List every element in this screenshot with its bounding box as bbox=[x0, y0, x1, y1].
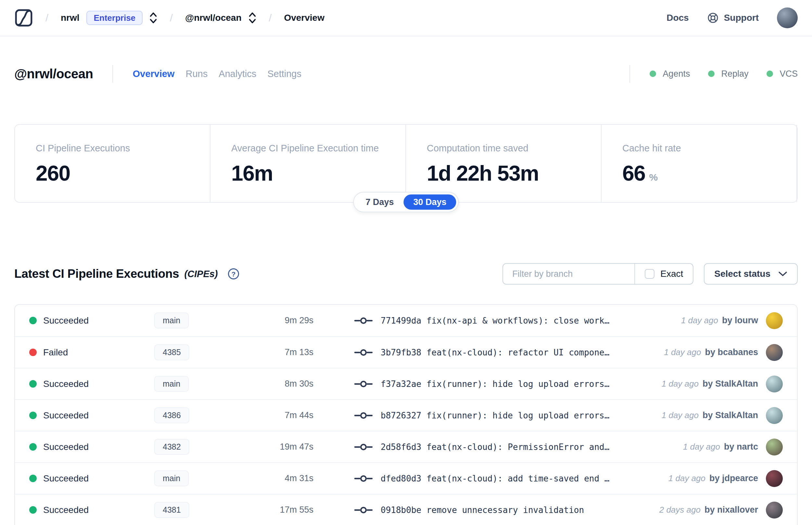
git-commit-icon bbox=[354, 506, 373, 514]
range-option-30-days[interactable]: 30 Days bbox=[403, 195, 456, 210]
table-row[interactable]: Succeeded438219m 47s2d58f6d3 feat(nx-clo… bbox=[15, 431, 797, 462]
status-select[interactable]: Select status bbox=[704, 263, 798, 285]
exact-match-toggle[interactable]: Exact bbox=[635, 264, 693, 284]
time-ago: 1 day ago bbox=[669, 473, 705, 483]
author-name[interactable]: by nartc bbox=[724, 442, 758, 452]
tab-settings[interactable]: Settings bbox=[267, 69, 302, 79]
stat-title: Cache hit rate bbox=[622, 143, 783, 154]
stat-suffix: % bbox=[649, 172, 658, 183]
section-title: Latest CI Pipeline Executions bbox=[14, 267, 179, 281]
org-switcher-chevrons-icon[interactable] bbox=[149, 11, 157, 25]
navbar-right: Docs Support bbox=[667, 7, 798, 28]
cipe-status: Succeeded bbox=[29, 379, 154, 389]
exact-checkbox[interactable] bbox=[645, 269, 655, 279]
tab-runs[interactable]: Runs bbox=[185, 69, 208, 79]
workspace-status: AgentsReplayVCS bbox=[610, 65, 798, 82]
commit-message: 3b79fb38 feat(nx-cloud): refactor UI com… bbox=[381, 348, 614, 357]
branch-filter-group: Exact bbox=[503, 263, 693, 285]
branch-badge[interactable]: 4385 bbox=[154, 344, 189, 360]
tab-analytics[interactable]: Analytics bbox=[219, 69, 256, 79]
section-title-suffix: (CIPEs) bbox=[184, 269, 218, 280]
commit-message: 0918b0be remove unnecessary invalidation bbox=[381, 505, 584, 515]
table-row[interactable]: Succeededmain4m 31sdfed80d3 feat(nx-clou… bbox=[15, 462, 797, 494]
git-commit-icon bbox=[354, 349, 373, 356]
cipe-meta: 1 day agoby jdpearce bbox=[614, 470, 783, 487]
author-name[interactable]: by jdpearce bbox=[709, 473, 758, 483]
range-option-7-days[interactable]: 7 Days bbox=[356, 195, 403, 210]
online-dot-icon bbox=[767, 71, 773, 77]
nx-cloud-logo-icon[interactable] bbox=[14, 9, 33, 27]
git-commit-icon bbox=[354, 411, 373, 419]
workspace-title: @nrwl/ocean bbox=[14, 66, 93, 81]
branch-badge[interactable]: 4382 bbox=[154, 439, 189, 455]
branch-badge[interactable]: main bbox=[154, 313, 189, 328]
author-name[interactable]: by bcabanes bbox=[705, 347, 758, 357]
cipe-branch: main bbox=[154, 313, 216, 328]
table-row[interactable]: Failed43857m 13s3b79fb38 feat(nx-cloud):… bbox=[15, 336, 797, 368]
status-label: Succeeded bbox=[43, 315, 89, 326]
legend-item-agents[interactable]: Agents bbox=[649, 69, 690, 79]
time-ago: 1 day ago bbox=[683, 442, 720, 452]
table-row[interactable]: Succeededmain8m 30sf37a32ae fix(runner):… bbox=[15, 368, 797, 399]
breadcrumb-workspace[interactable]: @nrwl/ocean bbox=[185, 13, 242, 23]
cipe-status: Succeeded bbox=[29, 315, 154, 326]
commit-message: f37a32ae fix(runner): hide log upload er… bbox=[381, 379, 614, 389]
status-label: Succeeded bbox=[43, 473, 89, 484]
plan-badge: Enterprise bbox=[87, 11, 142, 25]
branch-badge[interactable]: 4381 bbox=[154, 502, 189, 518]
docs-link[interactable]: Docs bbox=[667, 13, 689, 23]
svg-text:?: ? bbox=[231, 270, 235, 278]
table-row[interactable]: Succeeded438117m 55s0918b0be remove unne… bbox=[15, 494, 797, 525]
author-name[interactable]: by lourw bbox=[722, 315, 758, 326]
cipe-status: Succeeded bbox=[29, 410, 154, 421]
cipe-branch: 4386 bbox=[154, 407, 216, 423]
lifebuoy-icon bbox=[707, 12, 719, 24]
cipe-commit: 3b79fb38 feat(nx-cloud): refactor UI com… bbox=[323, 348, 614, 357]
git-commit-icon bbox=[354, 475, 373, 482]
status-dot-icon bbox=[29, 349, 37, 356]
git-commit-icon bbox=[354, 380, 373, 388]
help-icon[interactable]: ? bbox=[227, 267, 240, 280]
branch-badge[interactable]: main bbox=[154, 470, 189, 486]
breadcrumb-org[interactable]: nrwl bbox=[61, 13, 80, 23]
stats-cards: CI Pipeline Executions260Average CI Pipe… bbox=[14, 124, 798, 203]
author-avatar bbox=[766, 376, 783, 392]
cipe-meta: 1 day agoby nartc bbox=[614, 439, 783, 455]
workspace-switcher-chevrons-icon[interactable] bbox=[248, 11, 257, 25]
status-dot-icon bbox=[29, 411, 37, 419]
tab-overview[interactable]: Overview bbox=[133, 69, 174, 79]
cipe-duration: 8m 30s bbox=[216, 379, 323, 389]
status-dot-icon bbox=[29, 317, 37, 324]
cipe-duration: 19m 47s bbox=[216, 442, 323, 452]
stat-value: 16m bbox=[231, 161, 392, 185]
stat-title: Average CI Pipeline Execution time bbox=[231, 143, 392, 154]
divider bbox=[629, 65, 630, 82]
status-legend: AgentsReplayVCS bbox=[649, 69, 798, 79]
stat-title: Computation time saved bbox=[427, 143, 588, 154]
branch-badge[interactable]: main bbox=[154, 376, 189, 392]
cipe-commit: 771499da fix(nx-api & workflows): close … bbox=[323, 316, 614, 326]
author-name[interactable]: by StalkAltan bbox=[703, 410, 758, 420]
branch-badge[interactable]: 4386 bbox=[154, 407, 189, 423]
cipe-status: Succeeded bbox=[29, 505, 154, 515]
support-label: Support bbox=[724, 13, 759, 23]
support-link[interactable]: Support bbox=[707, 12, 759, 24]
author-name[interactable]: by StalkAltan bbox=[703, 379, 758, 389]
table-row[interactable]: Succeededmain9m 29s771499da fix(nx-api &… bbox=[15, 305, 797, 336]
stat-title: CI Pipeline Executions bbox=[36, 143, 197, 154]
status-select-label: Select status bbox=[714, 269, 770, 279]
author-avatar bbox=[766, 407, 783, 424]
cipe-commit: dfed80d3 feat(nx-cloud): add time-saved … bbox=[323, 474, 614, 483]
user-avatar[interactable] bbox=[777, 7, 798, 28]
time-ago: 1 day ago bbox=[662, 410, 699, 420]
legend-item-replay[interactable]: Replay bbox=[708, 69, 748, 79]
table-row[interactable]: Succeeded43867m 44sb8726327 fix(runner):… bbox=[15, 399, 797, 431]
cipe-table: Succeededmain9m 29s771499da fix(nx-api &… bbox=[14, 304, 798, 525]
legend-item-vcs[interactable]: VCS bbox=[767, 69, 798, 79]
git-commit-icon bbox=[354, 317, 373, 325]
cipe-duration: 17m 55s bbox=[216, 505, 323, 515]
breadcrumb-separator: / bbox=[45, 12, 48, 24]
stat-value: 1d 22h 53m bbox=[427, 161, 588, 185]
branch-filter-input[interactable] bbox=[503, 264, 634, 284]
author-name[interactable]: by nixallover bbox=[704, 505, 758, 515]
